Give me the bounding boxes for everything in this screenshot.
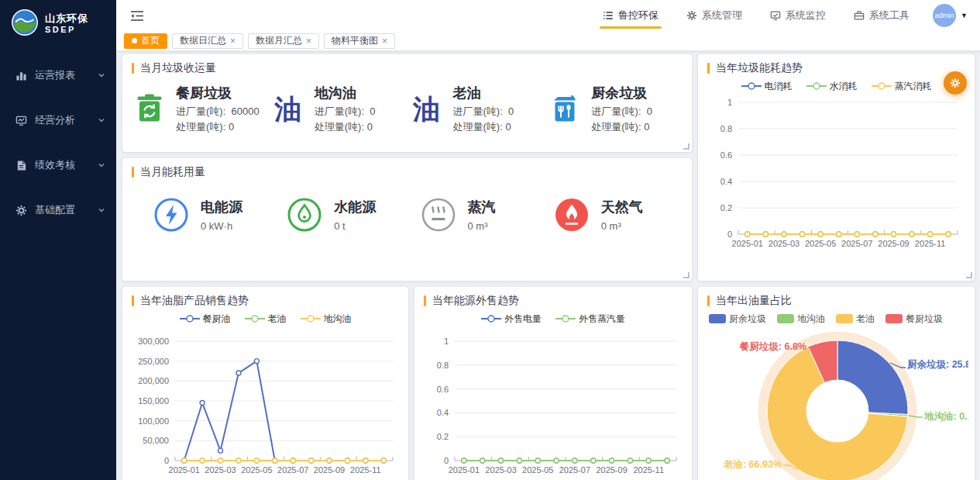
svg-text:0.6: 0.6 (437, 385, 449, 394)
close-icon[interactable]: × (230, 36, 236, 46)
energy-value: 0 t (334, 220, 376, 232)
close-icon[interactable]: × (306, 36, 311, 46)
legend-item[interactable]: 餐厨油 (180, 313, 231, 326)
sidebar-item-1[interactable]: 经营分析 (0, 98, 116, 143)
svg-text:100,000: 100,000 (138, 416, 169, 426)
card-title: 当月能耗用量 (140, 165, 205, 179)
resize-handle[interactable] (966, 272, 972, 278)
card-oil-ratio-chart: 当年出油量占比 厨余垃圾 地沟油 老油 餐厨垃圾 厨余垃圾: 25.8...地沟… (698, 287, 975, 480)
accent-bar (132, 63, 134, 74)
legend-label: 电消耗 (765, 80, 793, 93)
tab-0[interactable]: 首页 (124, 33, 167, 49)
legend-item[interactable]: 老油 (836, 313, 875, 326)
waste-name: 老油 (453, 84, 514, 102)
card-header: 当年垃圾能耗趋势 (698, 54, 975, 78)
sidebar-item-0[interactable]: 运营报表 (0, 53, 116, 98)
sidebar-item-3[interactable]: 基础配置 (0, 188, 116, 233)
tab-label: 数据日汇总 (180, 34, 226, 47)
water-icon (287, 197, 322, 233)
tab-3[interactable]: 物料平衡图 × (324, 33, 395, 49)
topnav-item-3[interactable]: 系统工具 (854, 0, 910, 31)
legend-label: 水消耗 (830, 80, 858, 93)
oil-sales-chart[interactable]: 050,000100,000150,000200,000250,000300,0… (129, 327, 402, 480)
waste-item-3: 厨余垃圾 进厂量(吨): 0 处理量(吨): 0 (548, 84, 687, 134)
card-header: 当月垃圾收运量 (122, 54, 692, 78)
chart-settings-button[interactable] (944, 71, 967, 95)
svg-text:老油: 66.93%: 老油: 66.93% (723, 459, 782, 470)
svg-text:2025-09: 2025-09 (596, 465, 627, 475)
sidebar-item-label: 绩效考核 (35, 158, 75, 172)
svg-text:2025-09: 2025-09 (314, 465, 345, 475)
tab-1[interactable]: 数据日汇总 × (172, 33, 243, 49)
legend-item[interactable]: 外售电量 (481, 313, 542, 326)
legend-item[interactable]: 餐厨垃圾 (885, 313, 943, 326)
card-monthly-waste: 当月垃圾收运量 餐厨垃圾 进厂量(吨): 60000 处理量(吨): 0 油 地… (122, 54, 692, 152)
waste-name: 餐厨垃圾 (176, 84, 260, 102)
legend-item[interactable]: 老油 (245, 313, 287, 326)
svg-text:0.8: 0.8 (437, 361, 449, 370)
waste-out: 处理量(吨): 0 (315, 119, 376, 135)
svg-text:2025-03: 2025-03 (485, 465, 516, 475)
energy-value: 0 m³ (468, 220, 496, 232)
sidebar-item-2[interactable]: 绩效考核 (0, 143, 116, 188)
topnav-item-0[interactable]: 鲁控环保 (603, 0, 658, 31)
chart-legend: 厨余垃圾 地沟油 老油 餐厨垃圾 (698, 310, 975, 327)
bar-chart-icon (15, 70, 27, 81)
sidebar-menu: 运营报表 经营分析 绩效考核 基础配置 (0, 48, 116, 233)
svg-text:2025-07: 2025-07 (559, 465, 590, 475)
legend-item[interactable]: 外售蒸汽量 (555, 313, 625, 326)
gas-icon (554, 197, 590, 233)
topnav-item-2[interactable]: 系统监控 (770, 0, 826, 31)
svg-text:餐厨垃圾: 6.8%: 餐厨垃圾: 6.8% (739, 341, 806, 352)
active-dot (132, 38, 137, 43)
recycle-bin-icon (134, 92, 165, 126)
user-menu[interactable]: admin ▼ (933, 4, 968, 27)
svg-text:厨余垃圾: 25.8...: 厨余垃圾: 25.8... (906, 359, 968, 370)
svg-text:2025-01: 2025-01 (449, 465, 480, 475)
energy-trend-chart[interactable]: 00.20.40.60.812025-012025-032025-052025-… (704, 95, 968, 262)
electric-icon (153, 197, 189, 233)
accent-bar (707, 63, 710, 74)
card-energy-trend-chart: 当年垃圾能耗趋势 电消耗 水消耗 蒸汽消耗 00.20.40.60.812025… (698, 54, 975, 281)
energy-item-3: 天然气 0 m³ (554, 197, 687, 233)
legend-label: 蒸汽消耗 (895, 80, 932, 93)
waste-in: 进厂量(吨): 0 (591, 104, 652, 119)
sidebar-item-label: 经营分析 (35, 113, 75, 127)
sidebar-collapse-button[interactable] (129, 7, 146, 24)
legend-item[interactable]: 厨余垃圾 (709, 313, 766, 326)
legend-label: 地沟油 (324, 313, 352, 326)
avatar[interactable]: admin (933, 4, 956, 27)
svg-text:0.8: 0.8 (720, 124, 732, 133)
chevron-down-icon (98, 116, 105, 124)
resize-handle[interactable] (683, 143, 689, 150)
legend-item[interactable]: 水消耗 (806, 80, 858, 93)
svg-text:地沟油: 0....: 地沟油: 0.... (923, 411, 968, 422)
chevron-down-icon: ▼ (961, 12, 968, 19)
legend-item[interactable]: 地沟油 (301, 313, 352, 326)
legend-item[interactable]: 电消耗 (741, 80, 793, 93)
legend-item[interactable]: 蒸汽消耗 (872, 80, 932, 93)
gear-icon (15, 205, 27, 216)
card-header: 当年能源外售趋势 (414, 287, 692, 310)
waste-in: 进厂量(吨): 0 (453, 104, 514, 119)
toolbox-icon (854, 10, 865, 21)
topnav-item-1[interactable]: 系统管理 (686, 0, 742, 31)
legend-item[interactable]: 地沟油 (777, 313, 825, 326)
legend-label: 餐厨垃圾 (906, 313, 943, 326)
chevron-down-icon (98, 161, 105, 169)
svg-text:2025-07: 2025-07 (277, 465, 308, 475)
energy-name: 天然气 (601, 198, 643, 216)
waste-in: 进厂量(吨): 60000 (176, 104, 260, 119)
waste-name: 厨余垃圾 (591, 84, 652, 102)
svg-text:0: 0 (444, 456, 449, 465)
resize-handle[interactable] (683, 272, 689, 278)
tab-2[interactable]: 数据月汇总 × (248, 33, 319, 49)
close-icon[interactable]: × (382, 36, 387, 46)
oil-ratio-donut-chart[interactable]: 厨余垃圾: 25.8...地沟油: 0....老油: 66.93%餐厨垃圾: 6… (704, 327, 968, 480)
card-header: 当年油脂产品销售趋势 (122, 287, 408, 310)
tab-bar: 首页 数据日汇总 × 数据月汇总 × 物料平衡图 × (116, 31, 980, 51)
energy-sale-chart[interactable]: 00.20.40.60.812025-012025-032025-052025-… (421, 327, 686, 480)
monitor-icon (770, 10, 781, 21)
tab-label: 首页 (141, 34, 160, 47)
svg-text:2025-11: 2025-11 (915, 239, 946, 248)
